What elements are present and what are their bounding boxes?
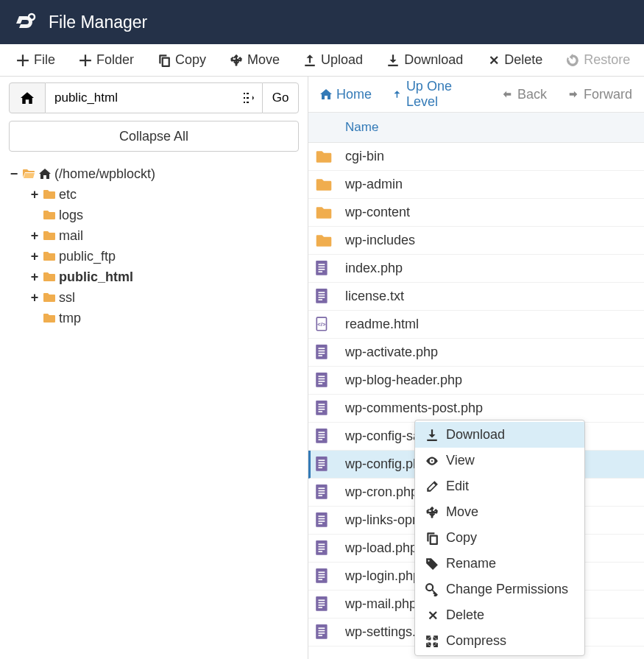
file-php-icon [316, 540, 332, 557]
folder-icon [43, 210, 56, 220]
file-php-icon [316, 512, 332, 529]
collapse-icon[interactable]: − [9, 163, 19, 184]
path-input[interactable] [46, 82, 236, 113]
nav-forward[interactable]: Forward [567, 87, 632, 102]
go-button[interactable]: Go [262, 82, 299, 113]
download-icon [386, 54, 400, 67]
download-button[interactable]: Download [375, 48, 475, 72]
folder-icon [43, 313, 56, 323]
ctx-download[interactable]: Download [415, 422, 584, 448]
new-folder-button[interactable]: Folder [67, 48, 146, 72]
file-php-icon [316, 484, 332, 501]
svg-rect-13 [247, 97, 249, 99]
restore-button[interactable]: Restore [554, 48, 642, 72]
move-icon [425, 506, 439, 519]
file-row[interactable]: wp-activate.php [308, 339, 644, 367]
arrow-right-icon [567, 89, 579, 99]
folder-icon [43, 230, 56, 241]
move-button[interactable]: Move [218, 48, 291, 72]
file-php-icon [316, 429, 332, 445]
file-txt-icon [316, 289, 332, 305]
svg-rect-12 [247, 93, 249, 94]
file-row[interactable]: readme.html [308, 311, 644, 339]
key-icon [425, 583, 439, 596]
directory-list-button[interactable] [236, 82, 262, 113]
file-row[interactable]: license.txt [308, 283, 644, 311]
arrow-left-icon [501, 89, 513, 99]
ctx-copy[interactable]: Copy [415, 525, 584, 551]
ctx-move[interactable]: Move [415, 499, 584, 525]
file-php-icon [316, 568, 332, 585]
expand-icon[interactable]: + [29, 225, 40, 246]
toolbar: File Folder Copy Move Upload Download De… [0, 44, 644, 77]
tree-item-logs[interactable]: logs [9, 205, 299, 225]
folder-icon [316, 177, 332, 193]
upload-button[interactable]: Upload [291, 48, 375, 72]
app-title: File Manager [49, 13, 147, 32]
nav-back[interactable]: Back [501, 87, 547, 102]
left-panel: Go Collapse All − (/home/wpblockt) +etc … [0, 77, 308, 659]
expand-icon[interactable]: + [29, 287, 40, 308]
file-row[interactable]: cgi-bin [308, 143, 644, 171]
new-file-button[interactable]: File [4, 48, 67, 72]
tree-item-public-ftp[interactable]: +public_ftp [9, 246, 299, 267]
file-row[interactable]: wp-blog-header.php [308, 367, 644, 395]
folder-icon [43, 292, 56, 303]
nav-up[interactable]: Up One Level [392, 79, 481, 110]
expand-icon[interactable]: + [29, 267, 40, 287]
delete-button[interactable]: Delete [475, 48, 554, 72]
ctx-compress[interactable]: Compress [415, 628, 584, 654]
file-php-icon [316, 345, 332, 361]
directory-tree: − (/home/wpblockt) +etc logs +mail +publ… [9, 163, 299, 328]
ctx-rename[interactable]: Rename [415, 551, 584, 577]
tree-item-public-html[interactable]: +public_html [9, 267, 299, 287]
folder-icon [43, 189, 56, 200]
tree-item-etc[interactable]: +etc [9, 184, 299, 205]
delete-icon [486, 54, 500, 67]
copy-icon [425, 532, 439, 545]
folder-icon [316, 205, 332, 221]
file-php-icon [316, 373, 332, 389]
collapse-all-button[interactable]: Collapse All [9, 121, 299, 152]
folder-icon [316, 149, 332, 165]
eye-icon [425, 454, 439, 468]
plus-icon [79, 54, 92, 67]
folder-open-icon [22, 169, 35, 179]
ctx-edit[interactable]: Edit [415, 473, 584, 499]
column-header-name[interactable]: Name [308, 112, 644, 143]
svg-rect-9 [244, 93, 245, 94]
file-row[interactable]: index.php [308, 255, 644, 283]
ctx-view[interactable]: View [415, 448, 584, 473]
context-menu: Download View Edit Move Copy Rename Chan… [414, 420, 585, 656]
edit-icon [425, 480, 439, 493]
plus-icon [16, 54, 29, 67]
ctx-permissions[interactable]: Change Permissions [415, 577, 584, 602]
home-icon [320, 88, 332, 100]
compress-icon [425, 635, 439, 648]
arrow-up-icon [392, 88, 402, 100]
expand-icon[interactable]: + [29, 246, 40, 267]
expand-icon[interactable]: + [29, 184, 40, 205]
home-icon [21, 91, 34, 105]
upload-icon [303, 54, 316, 67]
tree-item-ssl[interactable]: +ssl [9, 287, 299, 308]
tag-icon [425, 557, 439, 571]
file-php-icon [316, 457, 332, 473]
file-row[interactable]: wp-admin [308, 171, 644, 199]
tree-root[interactable]: − (/home/wpblockt) [9, 163, 299, 184]
nav-home[interactable]: Home [320, 87, 372, 102]
tree-item-tmp[interactable]: tmp [9, 308, 299, 328]
copy-icon [158, 54, 171, 67]
file-row[interactable]: wp-comments-post.php [308, 395, 644, 423]
file-php-icon [316, 401, 332, 417]
home-button[interactable] [9, 82, 46, 113]
list-icon [244, 92, 254, 104]
file-row[interactable]: wp-content [308, 199, 644, 227]
file-html-icon [316, 317, 332, 333]
ctx-delete[interactable]: Delete [415, 602, 584, 628]
home-icon [38, 168, 52, 180]
svg-rect-11 [244, 102, 245, 103]
file-row[interactable]: wp-includes [308, 227, 644, 255]
copy-button[interactable]: Copy [146, 48, 218, 72]
tree-item-mail[interactable]: +mail [9, 225, 299, 246]
